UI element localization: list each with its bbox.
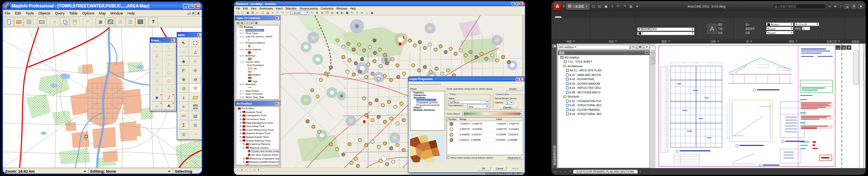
statistics-button[interactable]: Σ	[178, 120, 189, 130]
ribbon-tool-label[interactable]: 引线	[718, 27, 722, 30]
class-row[interactable]: -2.594778 - -0.610944 -2.594778 - -0.610…	[447, 127, 523, 132]
editor-button[interactable]: ✎	[310, 11, 314, 15]
prev-tab-arrow-icon[interactable]: ‹	[558, 170, 562, 173]
ribbon-tool-icon[interactable]	[853, 61, 859, 66]
navigation-bar[interactable]	[853, 49, 859, 85]
panel-label-clipboard[interactable]: 剪贴板	[845, 39, 866, 43]
selecting-status[interactable]: Selecting	[173, 168, 202, 174]
maximize-button[interactable]	[515, 2, 519, 5]
close-button[interactable]	[195, 4, 200, 9]
panel-label-annotation[interactable]: 注释	[696, 39, 733, 43]
class-row[interactable]: -0.610943 - 0.531513 -0.610943 - 0.53151…	[447, 132, 523, 137]
redo-button[interactable]: ↷	[280, 11, 285, 15]
tree-item[interactable]: Total Population	[236, 64, 279, 67]
close-icon[interactable]	[846, 45, 851, 50]
ribbon-tool-icon[interactable]	[607, 29, 612, 34]
menu-item[interactable]: Edit	[15, 11, 21, 15]
list-by-source-button[interactable]: ◧	[240, 21, 245, 24]
ribbon-tool-icon[interactable]	[610, 23, 616, 28]
polyline-tool[interactable]: ∠	[151, 52, 163, 60]
grabber-tool[interactable]	[190, 84, 201, 93]
rounded-rectangle-tool[interactable]: ▢	[163, 68, 175, 77]
toolbar-button[interactable]: ◇	[252, 168, 256, 171]
tree-item[interactable]: ⊞ Linear Referencing Tools	[236, 128, 279, 132]
new-browser-button[interactable]: ▦	[96, 17, 105, 26]
tree-item[interactable]: S-04 - STRUCTURAL SEC	[558, 112, 649, 117]
tree-item[interactable]: A-05 - SECTIONS AND D	[558, 90, 649, 95]
menu-item[interactable]: View	[251, 7, 257, 10]
tree-item[interactable]: ⊞ Data Management Tools	[236, 121, 279, 125]
toolbar-button[interactable]: ⇩	[609, 3, 615, 9]
tree-item[interactable]: – T-01 - TITLE SHEET	[558, 60, 649, 64]
color-combo[interactable]: ByLayer	[766, 22, 794, 26]
list-by-drawing-order-button[interactable]: ▤	[236, 21, 240, 24]
map-canvas[interactable]: Drawi... * ╲ ∠ ◠ ⌂ ○ ▭ ▢ A ◫ ◇ +	[3, 27, 202, 168]
import-button[interactable]: Import...	[505, 86, 522, 91]
apply-button[interactable]: Apply	[508, 166, 522, 171]
measure-tool[interactable]: ↔	[365, 11, 369, 15]
menu-item[interactable]: Query	[55, 11, 64, 15]
ribbon-tool-icon[interactable]	[679, 22, 684, 27]
panel-button-icon[interactable]	[645, 51, 648, 54]
tree-item[interactable]: ⊞ Rendering	[236, 164, 279, 166]
legend-button[interactable]: ▤	[190, 111, 201, 120]
full-extent-button[interactable]: ◎	[330, 11, 334, 15]
tree-item[interactable]: S-02 - STRUCTURAL SEC	[558, 103, 649, 108]
back-extent-button[interactable]: ◀	[335, 11, 339, 15]
toolbar-button[interactable]: ▥	[628, 3, 634, 9]
infocenter-search-input[interactable]: 键入关键字或短语	[773, 4, 826, 9]
menu-item[interactable]: Window	[110, 11, 123, 15]
ribbon-tool-icon[interactable]	[853, 52, 859, 57]
menu-item[interactable]: Map	[99, 11, 106, 15]
ribbon-tool-icon[interactable]	[591, 23, 597, 28]
add-data-button[interactable]: +	[285, 11, 290, 15]
ribbon-tool-icon[interactable]	[853, 69, 859, 74]
last-tab-arrow-icon[interactable]: »	[568, 170, 572, 173]
favorites-icon[interactable]: ★	[833, 4, 838, 9]
zoom-out-tool[interactable]: ⊖	[190, 75, 201, 84]
new-grapher-button[interactable]: ▥	[116, 17, 125, 26]
dialog-tab[interactable]	[409, 84, 412, 85]
symbol-style-button[interactable]: ◆ ?	[151, 93, 163, 102]
mdi-minimize-button[interactable]	[187, 11, 191, 15]
delete-button[interactable]: ×	[270, 11, 275, 15]
tree-item[interactable]: AS-01 - ARCH SITE PLAN	[558, 68, 649, 73]
arctoolbox-titlebar[interactable]: ArcToolbox	[235, 101, 280, 106]
close-icon[interactable]	[198, 33, 201, 37]
workspace-switcher[interactable]: 三维建模	[566, 3, 589, 10]
lineweight-combo[interactable]: ByLayer	[766, 31, 794, 34]
paste-button[interactable]	[70, 17, 79, 26]
toolbar-button[interactable]: ▢	[591, 3, 596, 9]
normalization-combo[interactable]: none	[467, 105, 489, 108]
sheets-header[interactable]: 图纸	[558, 50, 650, 55]
panel-label-draw[interactable]: 绘图	[551, 39, 590, 43]
mapinfo-titlebar[interactable]: MapInfo Professional - [TOWN,STREET,WATE…	[3, 2, 202, 10]
tree-item[interactable]: ⊞ ☐ Alarm Territories	[236, 92, 279, 95]
ribbon-tool-icon[interactable]	[853, 78, 859, 83]
tree-item[interactable]: Cluster and Outlier Analysis (Anseli	[236, 149, 279, 153]
dialog-tab[interactable]	[418, 84, 420, 85]
zoom-in-tool[interactable]: ⊕	[178, 75, 189, 84]
tree-item[interactable]: ⊞ ☐ Major Roads	[236, 89, 279, 93]
save-button[interactable]	[24, 17, 34, 26]
app-menu-caret-icon[interactable]	[563, 6, 565, 7]
ribbon-tool-icon[interactable]	[623, 23, 628, 28]
close-icon[interactable]	[171, 39, 175, 42]
toc-titlebar[interactable]: Table Of Contents	[235, 16, 280, 20]
first-tab-arrow-icon[interactable]: «	[553, 170, 557, 173]
arcmap-titlebar[interactable]: Stations - ArcMap - ArcInfo	[234, 1, 525, 6]
toolbar-button[interactable]: ○	[248, 168, 252, 171]
cut-button[interactable]: ✂	[255, 11, 260, 15]
classify-button[interactable]: Classify...	[499, 105, 517, 109]
dialog-titlebar[interactable]: Layer Properties ?	[408, 77, 524, 81]
ribbon-tool-icon[interactable]	[559, 26, 564, 31]
new-table-button[interactable]	[4, 17, 14, 26]
ribbon-tool-icon[interactable]	[616, 23, 622, 28]
info-tool[interactable]: i	[178, 93, 189, 102]
tree-item[interactable]: ⊞ Conversion Tools	[236, 117, 279, 121]
select-elements-tool[interactable]: ↖	[350, 11, 354, 15]
close-icon[interactable]	[552, 44, 556, 48]
new-map-button[interactable]: ▢	[235, 11, 240, 15]
ribbon-tool-icon[interactable]	[648, 22, 653, 27]
tree-item[interactable]	[236, 57, 279, 61]
